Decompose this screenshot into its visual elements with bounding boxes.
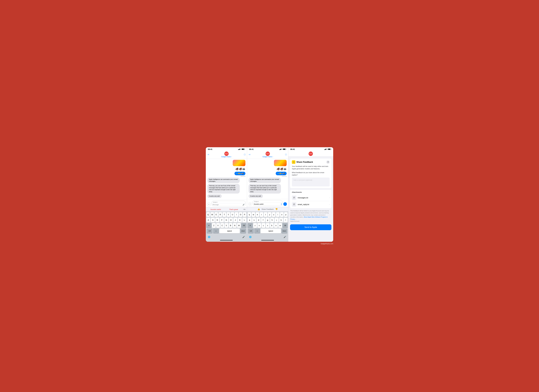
key-l2[interactable]: l <box>284 218 288 222</box>
key-space[interactable]: space <box>219 229 240 233</box>
key-Z[interactable]: Z <box>212 223 216 228</box>
subject-field-1[interactable]: Subject <box>212 201 245 203</box>
send-button-2[interactable]: ↑ <box>283 202 287 206</box>
home-pill-1 <box>220 240 233 240</box>
key-123-2[interactable]: 123 <box>248 229 254 233</box>
key-h2[interactable]: h <box>270 218 274 222</box>
key-U[interactable]: U <box>231 212 234 217</box>
send-to-apple-button[interactable]: Send to Apple <box>290 224 332 230</box>
feedback-card: ⚠️ Share Feedback ✕ Your feedback will b… <box>290 158 332 188</box>
key-X[interactable]: X <box>216 223 220 228</box>
key-v2[interactable]: v <box>266 223 270 228</box>
key-r2[interactable]: r <box>260 212 263 217</box>
key-d2[interactable]: d <box>257 218 261 222</box>
key-T[interactable]: T <box>222 212 226 217</box>
mic-icon-1[interactable]: 🎤 <box>243 204 245 206</box>
key-R[interactable]: R <box>218 212 222 217</box>
mic-bottom-icon-1[interactable]: 🎤 <box>242 236 245 238</box>
key-F[interactable]: F <box>220 218 224 222</box>
video-icon-1[interactable]: □ <box>244 153 245 156</box>
key-b2[interactable]: b <box>270 223 274 228</box>
key-p2[interactable]: p <box>284 212 288 217</box>
messages-area-2: 🐗🐗🦝 🐦🐱👁️🎱 Delivered Apple Intelligence c… <box>247 159 288 199</box>
message-placeholder-1[interactable]: Message <box>212 204 243 206</box>
key-C[interactable]: C <box>220 223 224 228</box>
key-e2[interactable]: e <box>256 212 259 217</box>
key-123[interactable]: 123 <box>207 229 212 233</box>
key-Q[interactable]: Q <box>206 212 210 217</box>
key-D[interactable]: D <box>215 218 219 222</box>
key-backspace[interactable]: ⌫ <box>241 223 246 228</box>
key-s2[interactable]: s <box>252 218 256 222</box>
key-H[interactable]: H <box>229 218 233 222</box>
key-emoji[interactable]: ☺ <box>213 229 219 233</box>
key-z2[interactable]: z <box>253 223 257 228</box>
key-f2[interactable]: f <box>261 218 265 222</box>
share-feedback-text[interactable]: Share Feedback <box>261 208 274 210</box>
key-y2[interactable]: y <box>268 212 271 217</box>
key-G[interactable]: G <box>224 218 228 222</box>
key-o2[interactable]: o <box>280 212 284 217</box>
input-bar-1: + Subject Message 🎤 <box>206 200 247 207</box>
mic-bottom-icon-2[interactable]: 🎤 <box>284 236 286 238</box>
key-W[interactable]: W <box>210 212 214 217</box>
key-q[interactable]: q <box>248 212 251 217</box>
key-return[interactable]: return <box>240 229 246 233</box>
battery-icon-2 <box>283 148 286 150</box>
smart-reply-2[interactable]: That's great <box>225 209 242 210</box>
key-j2[interactable]: j <box>274 218 279 222</box>
message-value-2[interactable]: Sounds useful <box>254 203 281 205</box>
key-emoji-2[interactable]: ☺ <box>254 229 260 233</box>
ai-icon-1[interactable]: =A <box>243 208 245 210</box>
close-button[interactable]: ✕ <box>326 160 330 164</box>
video-icon-2[interactable]: □ <box>285 153 287 156</box>
key-n2[interactable]: n <box>274 223 278 228</box>
key-i2[interactable]: i <box>276 212 279 217</box>
key-shift-2[interactable]: ⬆ <box>248 223 253 228</box>
key-P[interactable]: P <box>243 212 246 217</box>
key-M[interactable]: M <box>237 223 241 228</box>
key-u2[interactable]: u <box>272 212 275 217</box>
nav-channel-name-1[interactable]: Gadget Hacks › <box>221 156 232 158</box>
key-I[interactable]: I <box>235 212 238 217</box>
nav-back-2[interactable]: ‹ 4 <box>249 153 250 155</box>
smart-reply-1[interactable]: Sounds useful <box>207 209 224 210</box>
key-O[interactable]: O <box>239 212 242 217</box>
key-x2[interactable]: x <box>257 223 261 228</box>
comment-input[interactable]: Add a comment (optional) <box>292 177 330 186</box>
msg-delivered-1: Delivered <box>241 176 245 177</box>
key-k2[interactable]: k <box>279 218 283 222</box>
key-m2[interactable]: m <box>278 223 282 228</box>
key-backspace-2[interactable]: ⌫ <box>282 223 288 228</box>
thumb-up-icon[interactable]: 👍 <box>257 208 260 210</box>
add-attachment-button-1[interactable]: + <box>207 203 211 206</box>
message-row-2: Sounds useful <box>253 203 282 206</box>
key-c2[interactable]: c <box>262 223 265 228</box>
key-a2[interactable]: a <box>248 218 252 222</box>
key-S[interactable]: S <box>211 218 215 222</box>
key-w2[interactable]: w <box>252 212 255 217</box>
key-L[interactable]: L <box>242 218 246 222</box>
globe-icon-1[interactable]: 🌐 <box>208 236 210 238</box>
key-shift[interactable]: ⬆ <box>206 223 212 228</box>
key-J[interactable]: J <box>233 218 237 222</box>
key-t2[interactable]: t <box>264 212 267 217</box>
nav-channel-name-2[interactable]: Gadget Hacks › <box>263 156 273 158</box>
add-attachment-button-2[interactable]: + <box>248 202 252 206</box>
key-E[interactable]: E <box>214 212 218 217</box>
key-N[interactable]: N <box>233 223 236 228</box>
subject-field-2[interactable]: Subject <box>253 200 282 203</box>
thumb-down-icon[interactable]: 👎 <box>275 208 278 210</box>
globe-icon-2[interactable]: 🌐 <box>249 236 252 238</box>
key-Y[interactable]: Y <box>227 212 230 217</box>
key-return-2[interactable]: return <box>281 229 287 233</box>
key-V[interactable]: V <box>225 223 228 228</box>
attachment-item-1[interactable]: messages.txt › <box>292 194 330 201</box>
key-space-2[interactable]: space <box>261 229 281 233</box>
nav-back-1[interactable]: ‹ 4 <box>207 153 209 155</box>
attachment-item-2[interactable]: smart_reply.txt › <box>292 201 330 207</box>
key-A[interactable]: A <box>206 218 210 222</box>
key-g2[interactable]: g <box>265 218 270 222</box>
key-K[interactable]: K <box>238 218 242 222</box>
key-B[interactable]: B <box>229 223 232 228</box>
